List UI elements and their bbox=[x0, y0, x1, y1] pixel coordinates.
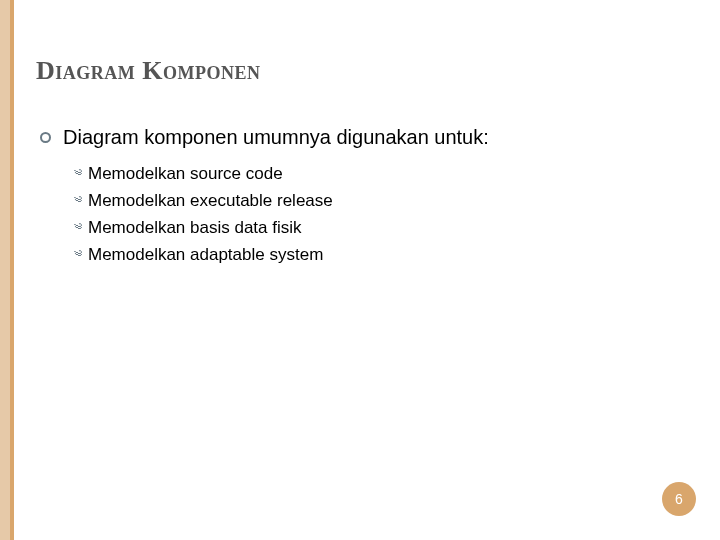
sub-item-text: Memodelkan adaptable system bbox=[88, 244, 323, 267]
list-item: ༄ Memodelkan basis data fisik bbox=[74, 217, 684, 240]
swirl-bullet-icon: ༄ bbox=[74, 191, 82, 211]
swirl-bullet-icon: ༄ bbox=[74, 164, 82, 184]
page-number-badge: 6 bbox=[662, 482, 696, 516]
list-item: ༄ Memodelkan source code bbox=[74, 163, 684, 186]
sub-item-text: Memodelkan source code bbox=[88, 163, 283, 186]
main-bullet-item: Diagram komponen umumnya digunakan untuk… bbox=[40, 126, 684, 149]
list-item: ༄ Memodelkan executable release bbox=[74, 190, 684, 213]
left-stripe-inner bbox=[10, 0, 14, 540]
list-item: ༄ Memodelkan adaptable system bbox=[74, 244, 684, 267]
sub-item-text: Memodelkan executable release bbox=[88, 190, 333, 213]
sub-item-text: Memodelkan basis data fisik bbox=[88, 217, 302, 240]
page-number-text: 6 bbox=[675, 491, 683, 507]
left-stripe-outer bbox=[0, 0, 10, 540]
ring-bullet-icon bbox=[40, 132, 51, 143]
swirl-bullet-icon: ༄ bbox=[74, 245, 82, 265]
sub-list: ༄ Memodelkan source code ༄ Memodelkan ex… bbox=[74, 163, 684, 267]
swirl-bullet-icon: ༄ bbox=[74, 218, 82, 238]
slide-content: Diagram Komponen Diagram komponen umumny… bbox=[36, 56, 684, 271]
main-bullet-text: Diagram komponen umumnya digunakan untuk… bbox=[63, 126, 489, 149]
slide-title: Diagram Komponen bbox=[36, 56, 684, 86]
